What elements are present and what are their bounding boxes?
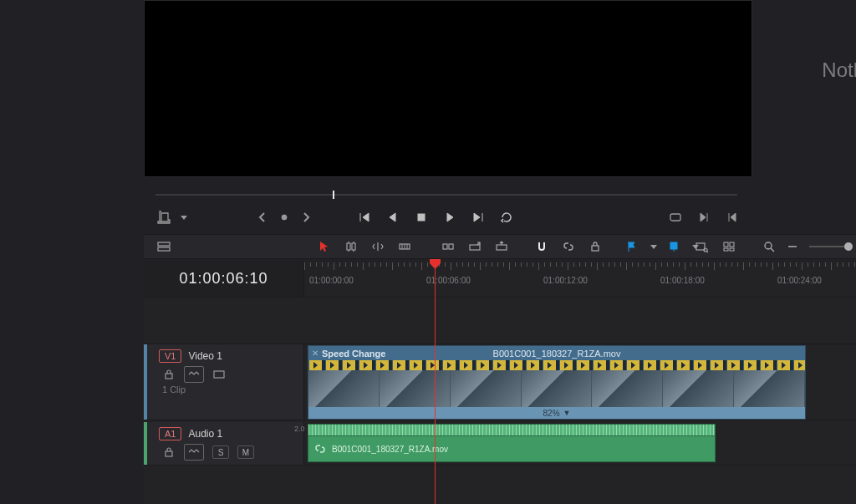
search-icon[interactable] xyxy=(762,240,776,253)
dynamic-trim-icon[interactable] xyxy=(371,240,385,253)
prev-clip-icon[interactable] xyxy=(726,211,739,224)
svg-rect-15 xyxy=(730,242,734,247)
svg-rect-2 xyxy=(670,214,680,221)
flag-dropdown-icon[interactable] xyxy=(650,245,657,249)
audio-channel-format: 2.0 xyxy=(294,425,305,433)
auto-select-icon[interactable] xyxy=(184,444,204,461)
match-frame-icon[interactable] xyxy=(669,211,682,224)
record-dot-icon[interactable] xyxy=(278,211,291,224)
trim-tool-icon[interactable] xyxy=(344,240,358,253)
timecode-value: 01:00:06:10 xyxy=(179,270,268,288)
audio-waveform xyxy=(308,425,715,436)
svg-point-13 xyxy=(704,248,707,252)
svg-rect-9 xyxy=(497,245,507,250)
track-enable-icon[interactable] xyxy=(212,368,226,381)
next-clip-icon[interactable] xyxy=(697,211,711,224)
audio-clip-name: B001C001_180327_R1ZA.mov xyxy=(332,445,448,454)
ruler-label: 01:00:18:00 xyxy=(660,276,705,285)
video-track-accent xyxy=(144,344,147,420)
svg-rect-19 xyxy=(166,374,172,379)
clip-count-label: 1 Clip xyxy=(162,384,186,395)
link-icon[interactable] xyxy=(562,240,575,253)
timecode-display[interactable]: 01:00:06:10 xyxy=(144,261,304,298)
chevron-left-icon[interactable] xyxy=(256,211,269,224)
video-track-header[interactable]: V1 Video 1 1 Clip xyxy=(144,344,304,420)
timeline-toolbar xyxy=(144,234,856,259)
speed-indicator-band xyxy=(308,360,805,370)
track-lock-icon[interactable] xyxy=(162,368,176,381)
audio-track-accent xyxy=(144,422,147,465)
svg-point-18 xyxy=(765,242,772,249)
right-panel-placeholder: Noth xyxy=(822,59,856,82)
ruler-label: 01:00:24:00 xyxy=(777,276,822,285)
stacks-icon[interactable] xyxy=(722,240,736,253)
speed-dropdown-icon[interactable]: ▼ xyxy=(563,409,571,417)
video-clip[interactable]: ✕ Speed Change B001C001_180327_R1ZA.mov … xyxy=(308,345,806,420)
ruler-label: 01:00:12:00 xyxy=(543,276,588,285)
zoom-slider-knob[interactable] xyxy=(844,242,853,251)
jump-start-icon[interactable] xyxy=(358,211,371,224)
svg-rect-20 xyxy=(214,371,224,378)
audio-track-header[interactable]: A1 Audio 1 S M xyxy=(144,422,304,466)
viewer-scrubber-position[interactable] xyxy=(333,191,334,199)
step-back-icon[interactable] xyxy=(386,211,400,224)
jump-end-icon[interactable] xyxy=(471,211,485,224)
selection-tool-icon[interactable] xyxy=(318,240,331,253)
link-icon xyxy=(313,442,327,456)
svg-point-0 xyxy=(282,215,287,220)
clip-name-label: B001C001_180327_R1ZA.mov xyxy=(308,349,805,359)
svg-rect-1 xyxy=(418,214,425,221)
svg-rect-8 xyxy=(470,245,480,250)
flag-icon[interactable] xyxy=(625,240,639,253)
svg-rect-3 xyxy=(158,242,170,246)
lock-icon[interactable] xyxy=(588,240,602,253)
crop-icon[interactable] xyxy=(157,211,171,224)
solo-button[interactable]: S xyxy=(212,445,229,459)
crop-dropdown-icon[interactable] xyxy=(181,216,187,220)
search-timeline-icon[interactable] xyxy=(696,240,709,253)
audio-clip[interactable]: B001C001_180327_R1ZA.mov xyxy=(308,424,716,462)
video-track-lane[interactable]: ✕ Speed Change B001C001_180327_R1ZA.mov … xyxy=(304,344,856,420)
snap-icon[interactable] xyxy=(535,240,548,253)
svg-rect-17 xyxy=(730,248,734,251)
audio-track-lane[interactable]: B001C001_180327_R1ZA.mov xyxy=(304,422,856,466)
playhead-cap-icon xyxy=(430,259,441,269)
viewer-panel xyxy=(144,0,752,177)
play-icon[interactable] xyxy=(443,211,456,224)
video-clip-titlebar: ✕ Speed Change B001C001_180327_R1ZA.mov xyxy=(308,346,805,360)
svg-rect-7 xyxy=(449,244,453,249)
audio-track-tag[interactable]: A1 xyxy=(159,427,181,440)
timeline-view-icon[interactable] xyxy=(157,240,171,253)
video-track-name: Video 1 xyxy=(188,350,222,362)
zoom-out-icon[interactable] xyxy=(786,240,799,253)
ruler-label: 01:00:06:00 xyxy=(426,276,471,285)
svg-rect-21 xyxy=(166,451,172,456)
replace-clip-icon[interactable] xyxy=(495,240,508,253)
chevron-right-icon[interactable] xyxy=(299,211,313,224)
svg-rect-6 xyxy=(443,244,447,249)
zoom-slider[interactable] xyxy=(809,246,851,247)
loop-icon[interactable] xyxy=(500,211,513,224)
track-lock-icon[interactable] xyxy=(162,445,176,459)
timeline-ruler[interactable]: 01:00:00:00 01:00:06:00 01:00:12:00 01:0… xyxy=(304,261,856,298)
transport-bar xyxy=(144,207,752,227)
video-track-tag[interactable]: V1 xyxy=(159,349,181,363)
clip-speed-bar[interactable]: 82% ▼ xyxy=(308,407,805,419)
clip-thumbnails xyxy=(308,370,805,407)
mute-button[interactable]: M xyxy=(237,445,254,459)
clip-speed-value: 82% xyxy=(543,409,560,418)
viewer-scrubber-track[interactable] xyxy=(155,194,737,196)
svg-rect-11 xyxy=(670,242,677,249)
svg-rect-10 xyxy=(592,246,599,251)
svg-rect-14 xyxy=(724,242,728,247)
playhead[interactable] xyxy=(435,262,436,504)
svg-rect-12 xyxy=(696,243,705,250)
stop-icon[interactable] xyxy=(415,211,428,224)
blade-tool-icon[interactable] xyxy=(398,240,411,253)
svg-rect-4 xyxy=(158,247,170,251)
marker-icon[interactable] xyxy=(667,240,680,253)
overwrite-clip-icon[interactable] xyxy=(468,240,482,253)
auto-select-icon[interactable] xyxy=(184,366,204,383)
insert-clip-icon[interactable] xyxy=(441,240,455,253)
svg-rect-16 xyxy=(724,248,728,251)
